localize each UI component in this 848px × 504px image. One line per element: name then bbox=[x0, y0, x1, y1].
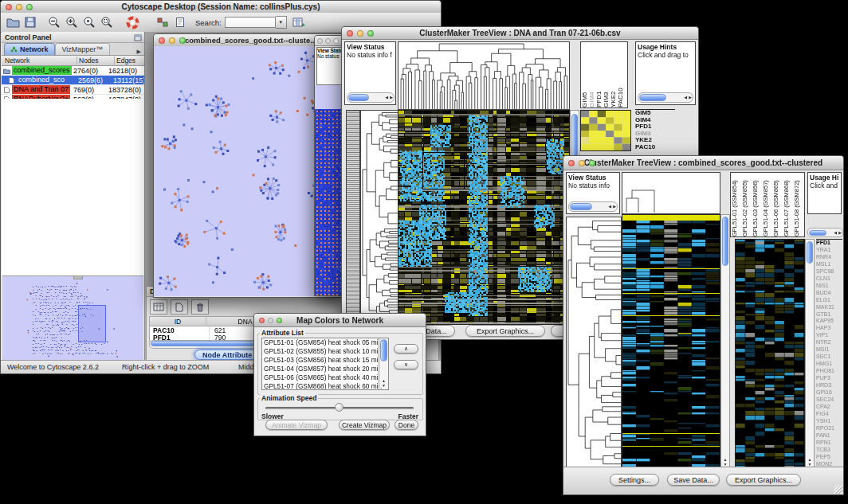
tv2-row-dendrogram[interactable] bbox=[566, 217, 622, 469]
attribute-list-item[interactable]: GPL51-07 (GSM868) heat shock 60 min bbox=[262, 382, 379, 390]
tv1-column-dendrogram[interactable] bbox=[398, 41, 570, 110]
save-icon[interactable] bbox=[22, 14, 39, 30]
tv1-correlation-matrix[interactable] bbox=[580, 110, 631, 151]
gene-label[interactable]: PHO81 bbox=[816, 368, 842, 375]
gene-label[interactable]: PFD1 bbox=[816, 240, 842, 247]
heatmap-column-label[interactable]: YKE2 bbox=[610, 44, 617, 107]
id-column-header[interactable]: ID bbox=[150, 318, 206, 326]
treeview2-titlebar[interactable]: ClusterMaker TreeView : combined_scores_… bbox=[563, 156, 843, 170]
zoom-selected-icon[interactable] bbox=[98, 14, 116, 30]
tv2-genelist-hscrollbar[interactable]: ◀ ▶ bbox=[807, 228, 843, 237]
network-row[interactable]: combined_sco2569(6)13112(15) bbox=[2, 76, 144, 85]
tab-overflow-arrow[interactable]: ▶ bbox=[137, 49, 141, 55]
search-input[interactable] bbox=[225, 17, 276, 28]
settings-button[interactable]: Settings... bbox=[610, 474, 659, 486]
heatmap-column-label[interactable]: PFD1 bbox=[595, 44, 603, 107]
export-graphics-button[interactable]: Export Graphics... bbox=[726, 474, 801, 486]
close-button[interactable] bbox=[6, 4, 12, 10]
gene-label[interactable]: SPC98 bbox=[816, 268, 842, 275]
gene-label[interactable]: NTR2 bbox=[816, 339, 842, 346]
vizmapper-icon[interactable] bbox=[154, 14, 171, 30]
gene-label[interactable]: ELG1 bbox=[816, 297, 842, 304]
zoom-in-icon[interactable] bbox=[63, 14, 80, 30]
scroll-right-icon[interactable]: ▶ bbox=[688, 94, 693, 101]
attribute-list-item[interactable]: GPL51-02 (GSM855) heat shock 10 min bbox=[262, 347, 379, 356]
col-edges[interactable]: Edges bbox=[115, 57, 144, 64]
tab-vizmapper[interactable]: VizMapper™ bbox=[55, 43, 111, 55]
zoom-button[interactable] bbox=[179, 37, 186, 44]
gene-label[interactable]: GPI16 bbox=[816, 389, 842, 397]
minimize-button[interactable] bbox=[16, 4, 22, 10]
heatmap-column-label[interactable]: GPL51-08 (GSM872) bbox=[793, 174, 803, 236]
scroll-right-icon[interactable]: ▶ bbox=[389, 94, 394, 101]
tv1-hints-hscrollbar[interactable]: ◀ ▶ bbox=[638, 92, 693, 103]
delete-attribute-icon[interactable] bbox=[191, 299, 209, 315]
gene-label[interactable]: MSL1 bbox=[816, 261, 842, 268]
hscroll-thumb[interactable] bbox=[570, 203, 592, 210]
network-row[interactable]: DNA and Tran 07769(0)183728(0) bbox=[2, 85, 144, 95]
gene-label[interactable]: RNR4 bbox=[816, 254, 842, 261]
tv2-heatmap[interactable] bbox=[622, 214, 720, 469]
vscroll-thumb[interactable] bbox=[380, 339, 387, 361]
gene-label[interactable]: HAP3 bbox=[816, 325, 842, 332]
heatmap-column-label[interactable]: GPL51-04 (GSM857) bbox=[762, 174, 772, 236]
gene-label[interactable]: CLN1 bbox=[816, 275, 842, 283]
open-folder-icon[interactable] bbox=[4, 14, 22, 30]
gene-label[interactable]: MSI1 bbox=[816, 346, 842, 354]
attribute-browser-icon[interactable]: + bbox=[290, 14, 308, 30]
gene-label[interactable]: PEP5 bbox=[816, 454, 842, 461]
main-titlebar[interactable]: Cytoscape Desktop (Session Name: collins… bbox=[1, 1, 441, 14]
heatmap-column-label[interactable]: PAC10 bbox=[617, 44, 624, 107]
gene-label[interactable]: KAP95 bbox=[816, 318, 842, 325]
birdseye-view[interactable] bbox=[2, 275, 143, 361]
zoom-out-icon[interactable] bbox=[45, 14, 63, 30]
new-attribute-icon[interactable] bbox=[171, 299, 188, 315]
scroll-right-icon[interactable]: ▶ bbox=[838, 229, 842, 236]
hscroll-thumb[interactable] bbox=[348, 94, 369, 101]
matrix-row-label[interactable]: PAC10 bbox=[635, 144, 675, 151]
tv2-genelist-vscrollbar[interactable]: ▲▼ bbox=[805, 239, 815, 467]
birdseye-canvas[interactable] bbox=[2, 276, 143, 360]
zoom-button[interactable] bbox=[589, 160, 595, 166]
tv1-row-dendrogram[interactable] bbox=[360, 110, 398, 325]
gene-label[interactable]: SEC24 bbox=[816, 397, 842, 404]
heatmap-column-label[interactable]: GPL51-07 (GSM868) bbox=[783, 174, 793, 236]
scroll-right-icon[interactable]: ▶ bbox=[612, 203, 617, 210]
minimize-button[interactable] bbox=[169, 37, 175, 44]
resize-grip[interactable] bbox=[834, 485, 842, 494]
gene-label[interactable]: FIG4 bbox=[816, 411, 842, 418]
network-row[interactable]: combined_scores2764(0)16218(0) bbox=[2, 66, 144, 76]
heatmap-column-label[interactable]: GIM4 bbox=[588, 44, 595, 107]
annotation-icon[interactable] bbox=[171, 14, 189, 30]
save-data-button[interactable]: Save Data... bbox=[667, 474, 720, 486]
treeview1-titlebar[interactable]: ClusterMaker TreeView : DNA and Tran 07-… bbox=[342, 27, 698, 40]
col-nodes[interactable]: Nodes bbox=[77, 57, 115, 64]
create-vizmap-button[interactable]: Create Vizmap bbox=[339, 420, 390, 430]
minimize-button[interactable] bbox=[325, 38, 331, 44]
heatmap-column-label[interactable]: GPL51-03 (GSM856) bbox=[752, 174, 762, 236]
gene-label[interactable]: SEC1 bbox=[816, 354, 842, 361]
tab-network[interactable]: Network bbox=[4, 43, 55, 55]
heatmap-column-label[interactable]: GIM5 bbox=[581, 44, 588, 107]
gene-label[interactable]: VIP1 bbox=[816, 332, 842, 339]
zoom-button[interactable] bbox=[277, 318, 282, 323]
zoom-fit-icon[interactable] bbox=[80, 14, 98, 30]
gene-label[interactable]: NIS1 bbox=[816, 283, 842, 290]
heatmap-column-label[interactable]: GPL51-06 (GSM865) bbox=[772, 174, 783, 236]
zoom-button[interactable] bbox=[367, 30, 374, 37]
gene-label[interactable]: RPO21 bbox=[816, 425, 842, 432]
gene-label[interactable]: YRA1 bbox=[816, 247, 842, 254]
gene-label[interactable]: RPN1 bbox=[816, 440, 842, 447]
select-attributes-icon[interactable] bbox=[150, 299, 167, 315]
dialog-titlebar[interactable]: Map Colors to Network bbox=[254, 314, 426, 327]
close-button[interactable] bbox=[259, 318, 265, 323]
attribute-list-item[interactable]: GPL51-03 (GSM856) heat shock 15 min bbox=[262, 356, 379, 365]
minimize-button[interactable] bbox=[579, 160, 585, 166]
close-button[interactable] bbox=[568, 160, 575, 166]
help-lifesaver-icon[interactable] bbox=[124, 14, 141, 30]
vscroll-thumb[interactable] bbox=[807, 241, 813, 264]
gene-label[interactable]: BUD4 bbox=[816, 290, 842, 297]
gene-label[interactable]: HRD3 bbox=[816, 382, 842, 389]
tv1-status-hscrollbar[interactable]: ◀ ▶ bbox=[347, 92, 395, 103]
minimize-button[interactable] bbox=[268, 318, 273, 323]
